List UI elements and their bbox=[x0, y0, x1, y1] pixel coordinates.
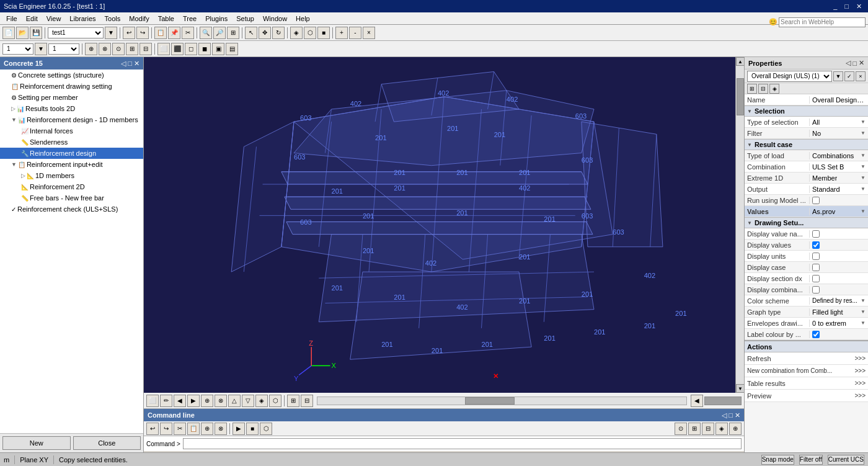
vp-tb-11[interactable]: ⊞ bbox=[287, 395, 299, 407]
vscroll-up-btn[interactable]: ▲ bbox=[736, 57, 744, 66]
tb-view3d[interactable]: ◈ bbox=[290, 27, 303, 39]
prop-float-btn[interactable]: □ bbox=[852, 59, 857, 67]
display-units-cb[interactable] bbox=[812, 253, 820, 260]
close-tree-button[interactable]: Close bbox=[73, 436, 141, 450]
left-panel-pin-btn[interactable]: ◁ bbox=[121, 60, 126, 68]
vscroll-down-btn[interactable]: ▼ bbox=[736, 384, 744, 393]
tb-shaded[interactable]: ■ bbox=[317, 27, 330, 39]
reinf-design-expand[interactable]: ▼ bbox=[11, 117, 17, 123]
tree-item-slenderness[interactable]: 📏 Slenderness bbox=[0, 137, 143, 148]
cmd-tb-2[interactable]: ↪ bbox=[160, 423, 172, 435]
tb-zoom-out[interactable]: 🔎 bbox=[213, 27, 226, 39]
action-refresh[interactable]: Refresh >>> bbox=[745, 352, 868, 365]
tb2-draw1[interactable]: ⬜ bbox=[157, 43, 170, 55]
menu-edit[interactable]: Edit bbox=[22, 14, 42, 23]
tb2-draw3[interactable]: ◻ bbox=[185, 43, 197, 55]
command-input[interactable] bbox=[183, 438, 742, 449]
design-case-dropdown[interactable]: Overall Design (ULS) (1) bbox=[747, 71, 832, 82]
section-selection[interactable]: Selection bbox=[745, 105, 868, 117]
tree-item-reinf-drawing[interactable]: 📋 Reinforcement drawing setting bbox=[0, 81, 143, 92]
vp-tb-3[interactable]: ◀ bbox=[174, 395, 186, 407]
tree-item-concrete-settings[interactable]: ⚙ Concrete settings (structure) bbox=[0, 69, 143, 81]
vp-tb-12[interactable]: ⊟ bbox=[301, 395, 313, 407]
action-preview[interactable]: Preview >>> bbox=[745, 390, 868, 402]
tb-wireframe[interactable]: ⬡ bbox=[304, 27, 316, 39]
tree-item-reinf-design[interactable]: 🔧 Reinforcement design bbox=[0, 148, 143, 159]
extreme-arrow[interactable]: ▼ bbox=[861, 175, 866, 181]
prop-icon-btn-3[interactable]: × bbox=[856, 71, 866, 81]
cmd-tb-5[interactable]: ⊕ bbox=[201, 423, 213, 435]
prop-pin-btn[interactable]: ◁ bbox=[846, 59, 851, 67]
cmd-snap-4[interactable]: ◈ bbox=[715, 423, 728, 435]
tb-extra1[interactable]: + bbox=[335, 27, 348, 39]
vscroll-thumb[interactable] bbox=[737, 78, 744, 115]
tb-redo[interactable]: ↪ bbox=[136, 27, 149, 39]
minimize-button[interactable]: _ bbox=[831, 2, 839, 11]
cmd-snap-2[interactable]: ⊞ bbox=[688, 423, 701, 435]
graph-type-arrow[interactable]: ▼ bbox=[861, 309, 866, 315]
prop-icon-btn-2[interactable]: ✓ bbox=[844, 71, 854, 81]
tree-item-internal-forces[interactable]: 📈 Internal forces bbox=[0, 125, 143, 137]
type-sel-arrow[interactable]: ▼ bbox=[861, 119, 866, 125]
prop-icon-btn-1[interactable]: ▼ bbox=[833, 71, 843, 81]
display-values-cb[interactable] bbox=[812, 241, 820, 249]
tb-paste[interactable]: 📌 bbox=[168, 27, 180, 39]
vp-tb-zoom[interactable]: ◀ bbox=[691, 395, 703, 407]
tb-move[interactable]: ✥ bbox=[259, 27, 271, 39]
viewport-vscroll[interactable]: ▲ ▼ bbox=[735, 57, 744, 393]
tb2-draw6[interactable]: ▤ bbox=[226, 43, 238, 55]
cmd-tb-7[interactable]: ▶ bbox=[232, 423, 245, 435]
tree-item-reinf-2d[interactable]: 📐 Reinforcement 2D bbox=[0, 181, 143, 192]
values-arrow[interactable]: ▼ bbox=[861, 208, 866, 214]
tree-item-reinf-check[interactable]: ✓ Reinforcement check (ULS+SLS) bbox=[0, 204, 143, 215]
tb2-draw2[interactable]: ⬛ bbox=[171, 43, 184, 55]
display-val-name-cb[interactable] bbox=[812, 230, 820, 238]
color-scheme-arrow[interactable]: ▼ bbox=[861, 298, 866, 303]
close-button[interactable]: ✕ bbox=[854, 2, 864, 11]
snap-mode-btn[interactable]: Snap mode bbox=[761, 455, 794, 465]
webhelp-search-input[interactable] bbox=[779, 17, 866, 27]
tb2-draw5[interactable]: ▣ bbox=[212, 43, 224, 55]
menu-view[interactable]: View bbox=[43, 14, 65, 23]
filter-arrow[interactable]: ▼ bbox=[861, 130, 866, 136]
prop-extra-btn-2[interactable]: ⊟ bbox=[758, 84, 768, 94]
tb-zoom-fit[interactable]: ⊞ bbox=[227, 27, 239, 39]
cmd-snap-3[interactable]: ⊟ bbox=[702, 423, 714, 435]
vp-tb-5[interactable]: ⊕ bbox=[201, 395, 213, 407]
tb-extra2[interactable]: - bbox=[349, 27, 361, 39]
vp-tb-1[interactable]: ⬜ bbox=[146, 395, 159, 407]
type-load-arrow[interactable]: ▼ bbox=[861, 153, 866, 158]
action-table-results[interactable]: Table results >>> bbox=[745, 377, 868, 390]
toolbar-save-btn[interactable]: 💾 bbox=[30, 27, 42, 39]
label-colour-cb[interactable] bbox=[812, 331, 820, 338]
tb2-snap5[interactable]: ⊟ bbox=[140, 43, 152, 55]
coord-combo-1[interactable]: 1 bbox=[2, 43, 33, 55]
tb-select[interactable]: ↖ bbox=[245, 27, 257, 39]
cmd-snap-5[interactable]: ⊕ bbox=[729, 423, 742, 435]
prop-close-btn[interactable]: ✕ bbox=[859, 59, 864, 67]
menu-tree[interactable]: Tree bbox=[179, 14, 200, 23]
envelopes-arrow[interactable]: ▼ bbox=[861, 320, 866, 326]
tb-rotate[interactable]: ↻ bbox=[272, 27, 285, 39]
vp-tb-10[interactable]: ⬡ bbox=[269, 395, 281, 407]
run-model-checkbox[interactable] bbox=[812, 197, 820, 204]
tb-copy[interactable]: 📋 bbox=[154, 27, 167, 39]
toolbar-open-btn[interactable]: 📂 bbox=[16, 27, 29, 39]
cmd-tb-9[interactable]: ⬡ bbox=[260, 423, 272, 435]
display-section-cb[interactable] bbox=[812, 275, 820, 282]
menu-modify[interactable]: Modify bbox=[125, 14, 153, 23]
output-arrow[interactable]: ▼ bbox=[861, 186, 866, 192]
cmd-float-btn[interactable]: □ bbox=[728, 411, 733, 419]
cmd-tb-1[interactable]: ↩ bbox=[146, 423, 159, 435]
tb-extra3[interactable]: × bbox=[363, 27, 375, 39]
scroll-right[interactable] bbox=[704, 397, 742, 405]
viewport-main[interactable]: 603 402 402 402 603 201 201 201 603 603 … bbox=[144, 57, 744, 393]
section-drawing[interactable]: Drawing Setu... bbox=[745, 217, 868, 228]
tb2-snap1[interactable]: ⊕ bbox=[85, 43, 97, 55]
vp-tb-2[interactable]: ✏ bbox=[160, 395, 172, 407]
tb-zoom-in[interactable]: 🔍 bbox=[200, 27, 212, 39]
tree-item-results-2d[interactable]: ▷ 📊 Results tools 2D bbox=[0, 103, 143, 114]
hscroll-track[interactable] bbox=[317, 397, 687, 405]
prop-extra-btn-3[interactable]: ◈ bbox=[769, 84, 779, 94]
combination-arrow[interactable]: ▼ bbox=[861, 164, 866, 169]
